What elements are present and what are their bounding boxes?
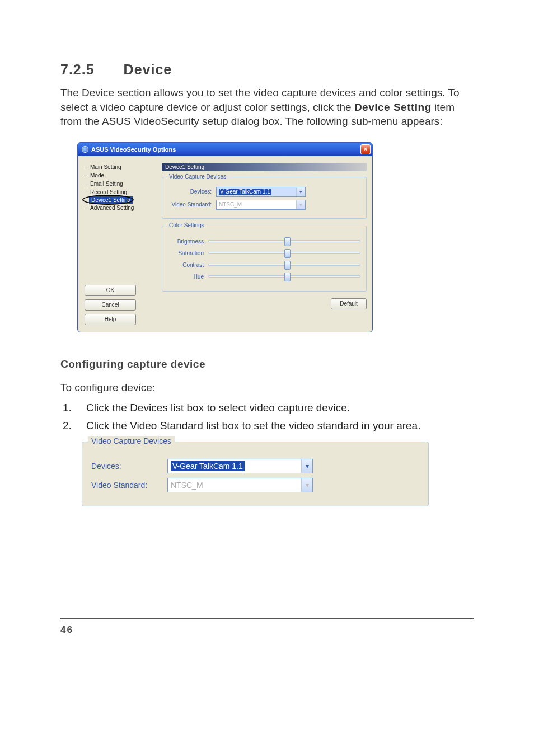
default-button[interactable]: Default <box>331 298 367 309</box>
sub-heading: Configuring capture device <box>60 358 474 370</box>
tree-item[interactable]: Advanced Setting <box>85 204 157 212</box>
intro-paragraph: The Device section allows you to set the… <box>60 86 474 129</box>
close-icon: × <box>364 146 367 152</box>
video-capture-zoom: Video Capture Devices Devices: V-Gear Ta… <box>82 442 429 506</box>
devices-value: V-Gear TalkCam 1.1 <box>219 189 271 195</box>
dialog-titlebar: ASUS VideoSecurity Options × <box>78 143 372 156</box>
device-setting-label: Device Setting <box>354 101 432 113</box>
brightness-slider[interactable] <box>208 240 360 242</box>
standard-value: NTSC_M <box>219 201 242 208</box>
devices-label: Devices: <box>91 462 157 471</box>
slider-label: Contrast <box>168 262 204 268</box>
chevron-down-icon: ▾ <box>296 187 305 196</box>
section-heading: 7.2.5Device <box>60 62 474 78</box>
slider-thumb[interactable] <box>284 273 291 281</box>
slider-label: Hue <box>168 274 204 280</box>
slider-label: Brightness <box>168 238 204 245</box>
close-button[interactable]: × <box>360 144 371 154</box>
saturation-slider[interactable] <box>208 252 360 254</box>
slider-label: Saturation <box>168 250 204 256</box>
cancel-button[interactable]: Cancel <box>85 299 136 311</box>
ok-button[interactable]: OK <box>85 285 136 296</box>
contrast-slider[interactable] <box>208 264 360 266</box>
tree-item[interactable]: Record Setting <box>85 188 157 196</box>
chevron-down-icon: ▾ <box>301 478 312 492</box>
step-item: 2. Click the Video Standard list box to … <box>63 419 474 434</box>
dialog-title: ASUS VideoSecurity Options <box>91 146 176 153</box>
step-item: 1. Click the Devices list box to select … <box>63 401 474 416</box>
app-icon <box>82 146 88 153</box>
video-standard-bold: Video Standard <box>130 420 203 431</box>
slider-thumb[interactable] <box>284 249 291 258</box>
tree-item[interactable]: Email Setting <box>85 180 157 188</box>
standard-label: Video Standard: <box>168 201 212 208</box>
standard-combo[interactable]: NTSC_M ▾ <box>167 478 313 492</box>
standard-label: Video Standard: <box>91 481 157 490</box>
settings-tree[interactable]: Main Setting Mode Email Setting Record S… <box>85 163 157 212</box>
slider-thumb[interactable] <box>284 237 291 246</box>
devices-combo[interactable]: V-Gear TalkCam 1.1 ▾ <box>216 187 306 197</box>
video-capture-group: Video Capture Devices Devices: V-Gear Ta… <box>162 177 367 219</box>
lead-text: To configure device: <box>60 381 474 395</box>
chevron-down-icon: ▾ <box>301 459 312 473</box>
tree-item[interactable]: Mode <box>85 171 157 180</box>
group-title: Video Capture Devices <box>167 173 228 180</box>
tree-item[interactable]: Main Setting <box>85 163 157 171</box>
devices-label: Devices: <box>168 189 212 195</box>
devices-combo[interactable]: V-Gear TalkCam 1.1 ▾ <box>167 459 313 473</box>
options-dialog: ASUS VideoSecurity Options × Main Settin… <box>77 142 373 332</box>
devices-bold: Devices <box>130 402 168 414</box>
hue-slider[interactable] <box>208 275 360 278</box>
zoom-group-title: Video Capture Devices <box>88 436 175 445</box>
standard-value: NTSC_M <box>171 481 203 490</box>
color-settings-group: Color Settings Brightness Saturation Con… <box>162 226 367 292</box>
group-title: Color Settings <box>167 222 207 228</box>
steps-list: 1. Click the Devices list box to select … <box>63 401 474 434</box>
tree-item-selected[interactable]: Device1 Setting <box>89 196 133 204</box>
section-title: Device <box>124 62 172 77</box>
standard-combo[interactable]: NTSC_M ▾ <box>216 200 306 210</box>
help-button[interactable]: Help <box>85 314 136 325</box>
page-number: 46 <box>60 618 474 636</box>
chevron-down-icon: ▾ <box>296 200 305 209</box>
slider-thumb[interactable] <box>284 261 291 270</box>
section-number: 7.2.5 <box>60 62 95 78</box>
pane-header: Device1 Setting <box>162 163 367 171</box>
devices-value: V-Gear TalkCam 1.1 <box>171 461 245 471</box>
